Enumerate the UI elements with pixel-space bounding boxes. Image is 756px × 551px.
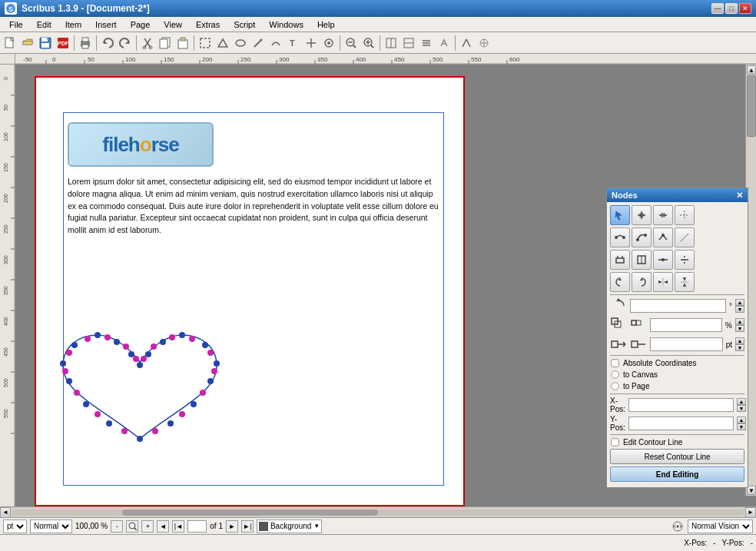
menu-page[interactable]: Page (124, 19, 157, 30)
canvas-area[interactable]: filehorse Lorem ipsum dolor sit amet, co… (15, 65, 756, 506)
tb7[interactable] (303, 35, 320, 51)
node-flip-h[interactable] (653, 272, 673, 292)
tb14[interactable] (476, 35, 492, 51)
tb10[interactable] (400, 35, 417, 51)
tb2[interactable] (214, 35, 231, 51)
xpos-down[interactable]: ▼ (737, 405, 746, 412)
page-next-btn[interactable]: ► (226, 520, 238, 533)
h-scrollbar[interactable]: ◄ ► (0, 506, 756, 517)
layer-selector[interactable]: Background ▼ (257, 519, 322, 533)
menu-edit[interactable]: Edit (31, 19, 58, 30)
node-del-btn[interactable] (653, 205, 673, 225)
maximize-button[interactable]: □ (725, 3, 738, 14)
node-join-btn[interactable] (653, 250, 673, 270)
pdf-button[interactable]: PDF (55, 35, 71, 51)
length-up[interactable]: ▲ (735, 337, 744, 344)
ypos-spinner-arrows[interactable]: ▲ ▼ (737, 417, 746, 430)
tb12[interactable] (436, 35, 453, 51)
close-button[interactable]: ✕ (739, 3, 751, 14)
node-line-btn[interactable] (675, 227, 695, 247)
scale-spinner-arrows[interactable]: ▲ ▼ (735, 318, 744, 332)
minimize-button[interactable]: — (711, 3, 724, 14)
h-scroll-thumb[interactable] (122, 510, 378, 516)
node-symm-btn[interactable] (610, 227, 630, 247)
page-prev-btn[interactable]: ◄ (157, 520, 169, 533)
node-open-btn[interactable] (610, 250, 630, 270)
new-button[interactable] (2, 35, 18, 51)
tb1[interactable] (197, 35, 214, 51)
undo-button[interactable] (99, 35, 116, 51)
absolute-coords-checkbox[interactable] (611, 359, 618, 367)
scale-down[interactable]: ▼ (735, 325, 744, 332)
edit-contour-checkbox[interactable] (611, 438, 618, 446)
page-first-btn[interactable]: |◄ (172, 520, 184, 533)
node-r2[interactable] (632, 272, 652, 292)
length-input[interactable]: 30,00 (650, 337, 723, 351)
node-add-btn[interactable] (632, 205, 652, 225)
node-close-btn[interactable] (632, 250, 652, 270)
scroll-right-btn[interactable]: ► (745, 507, 756, 518)
tb3[interactable] (232, 35, 249, 51)
menu-extras[interactable]: Extras (190, 19, 226, 30)
tb11[interactable] (418, 35, 435, 51)
xpos-up[interactable]: ▲ (737, 398, 746, 405)
ypos-input[interactable]: 0,00 pt (628, 417, 734, 430)
menu-help[interactable]: Help (311, 19, 341, 30)
scroll-thumb-v[interactable] (747, 75, 756, 137)
ypos-up[interactable]: ▲ (737, 417, 746, 423)
rotation-spinner-arrows[interactable]: ▲ ▼ (735, 299, 744, 313)
menu-insert[interactable]: Insert (89, 19, 123, 30)
end-editing-btn[interactable]: End Editing (610, 466, 744, 482)
menu-view[interactable]: View (158, 19, 188, 30)
node-split-btn[interactable] (675, 250, 695, 270)
window-controls[interactable]: — □ ✕ (711, 3, 751, 14)
zoom-fit-status[interactable] (126, 520, 138, 533)
rotation-down[interactable]: ▼ (735, 306, 744, 313)
menu-item[interactable]: Item (59, 19, 88, 30)
tb13[interactable] (458, 35, 475, 51)
page-last-btn[interactable]: ►| (241, 520, 254, 533)
zoom-in-status[interactable]: + (141, 520, 154, 533)
open-button[interactable] (19, 35, 36, 51)
node-move-btn[interactable] (675, 205, 695, 225)
tb6[interactable]: T (285, 35, 302, 51)
copy-button[interactable] (157, 35, 174, 51)
paste-button[interactable] (174, 35, 191, 51)
unit-select[interactable]: pt (3, 519, 27, 533)
xpos-input[interactable]: 0,00 pt (628, 398, 734, 412)
node-corner-btn[interactable] (653, 227, 673, 247)
ypos-down[interactable]: ▼ (737, 423, 746, 430)
to-canvas-radio[interactable] (611, 370, 618, 378)
tb5[interactable] (267, 35, 284, 51)
scale-input[interactable]: 10 (650, 318, 722, 332)
menu-file[interactable]: File (3, 19, 29, 30)
node-r1[interactable] (610, 272, 630, 292)
node-flip-v[interactable] (675, 272, 695, 292)
nodes-close-btn[interactable]: ✕ (736, 191, 743, 201)
rotation-up[interactable]: ▲ (735, 299, 744, 306)
rotation-input[interactable]: 1 (630, 299, 726, 313)
tb8[interactable] (320, 35, 337, 51)
scroll-up-btn[interactable]: ▲ (747, 65, 756, 75)
menu-script[interactable]: Script (227, 19, 261, 30)
length-spinner-arrows[interactable]: ▲ ▼ (735, 337, 744, 351)
zoom-mode-select[interactable]: Normal (30, 519, 72, 533)
scroll-left-btn[interactable]: ◄ (0, 507, 11, 518)
zoom-in[interactable] (360, 35, 377, 51)
tb9[interactable] (383, 35, 400, 51)
layer-dropdown-icon[interactable]: ▼ (313, 523, 320, 529)
save-button[interactable] (37, 35, 54, 51)
redo-button[interactable] (117, 35, 134, 51)
node-curve-btn[interactable] (632, 227, 652, 247)
print-button[interactable] (77, 35, 94, 51)
cut-button[interactable] (139, 35, 156, 51)
length-down[interactable]: ▼ (735, 344, 744, 351)
zoom-out[interactable] (343, 35, 360, 51)
node-select-btn[interactable] (610, 205, 630, 225)
scale-up[interactable]: ▲ (735, 318, 744, 325)
tb4[interactable] (250, 35, 267, 51)
xpos-spinner-arrows[interactable]: ▲ ▼ (737, 398, 746, 412)
vision-select[interactable]: Normal Vision (688, 519, 753, 533)
menu-windows[interactable]: Windows (263, 19, 310, 30)
to-page-radio[interactable] (611, 382, 618, 390)
